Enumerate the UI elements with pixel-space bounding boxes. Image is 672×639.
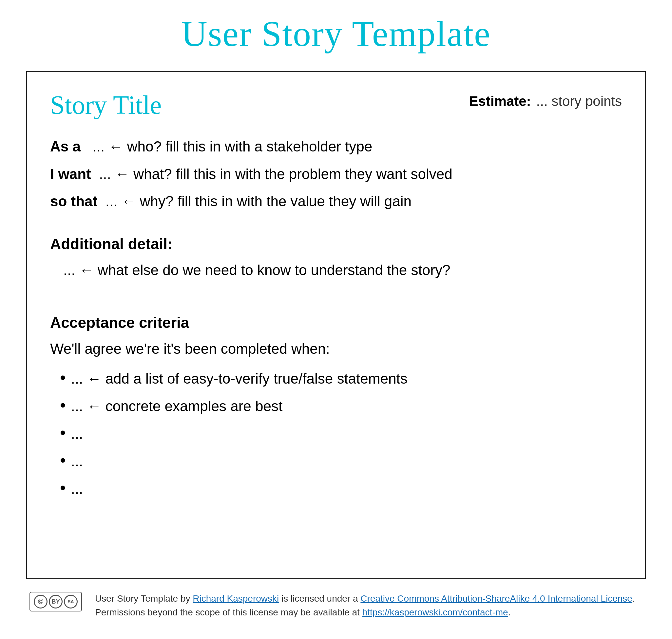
as-a-text: ... ← who? fill this in with a stakehold… <box>93 138 372 154</box>
footer-period: . <box>508 607 511 617</box>
criteria-list: ... ← add a list of easy-to-verify true/… <box>60 368 622 500</box>
criteria-item-2: ... ← concrete examples are best <box>71 395 283 417</box>
criteria-item-4: ... <box>71 451 83 472</box>
footer: © BY SA User Story Template by Richard K… <box>26 592 646 619</box>
estimate-value: ... story points <box>537 93 622 109</box>
cc-license-logo: © BY SA <box>30 592 82 611</box>
cc-badge: © BY SA <box>30 592 82 611</box>
additional-detail-heading: Additional detail: <box>50 235 622 253</box>
i-want-label: I want <box>50 166 91 182</box>
author-link[interactable]: Richard Kasperowski <box>193 593 279 604</box>
criteria-item-3: ... <box>71 423 83 445</box>
criteria-item-1: ... ← add a list of easy-to-verify true/… <box>71 368 407 390</box>
so-that-label: so that <box>50 193 97 209</box>
list-item: ... <box>60 451 622 472</box>
acceptance-criteria-heading: Acceptance criteria <box>50 314 622 331</box>
contact-link[interactable]: https://kasperowski.com/contact-me <box>362 607 508 617</box>
list-item: ... <box>60 478 622 500</box>
page-title: User Story Template <box>181 13 491 55</box>
story-card: Story Title Estimate: ... story points A… <box>26 71 646 579</box>
i-want-line: I want ... ← what? fill this in with the… <box>50 164 622 184</box>
acceptance-intro: We'll agree we're it's been completed wh… <box>50 338 622 360</box>
so-that-text: ... ← why? fill this in with the value t… <box>106 193 412 209</box>
footer-text-before: User Story Template by <box>95 593 193 604</box>
i-want-text: ... ← what? fill this in with the proble… <box>99 166 452 182</box>
so-that-line: so that ... ← why? fill this in with the… <box>50 191 622 212</box>
footer-text-middle: is licensed under a <box>279 593 361 604</box>
by-icon: BY <box>49 595 63 608</box>
cc-icon: © <box>34 595 48 608</box>
as-a-label: As a <box>50 138 81 154</box>
as-a-line: As a ... ← who? fill this in with a stak… <box>50 136 622 157</box>
story-title: Story Title <box>50 90 161 120</box>
license-link[interactable]: Creative Commons Attribution-ShareAlike … <box>361 593 633 604</box>
criteria-item-5: ... <box>71 478 83 500</box>
sa-icon: SA <box>64 595 78 608</box>
estimate-label: Estimate: <box>469 93 531 109</box>
list-item: ... ← add a list of easy-to-verify true/… <box>60 368 622 390</box>
list-item: ... <box>60 423 622 445</box>
estimate-area: Estimate: ... story points <box>469 90 622 109</box>
card-header: Story Title Estimate: ... story points <box>50 90 622 120</box>
footer-text: User Story Template by Richard Kasperows… <box>95 592 642 619</box>
additional-detail-text: ... ← what else do we need to know to un… <box>63 259 622 281</box>
list-item: ... ← concrete examples are best <box>60 395 622 417</box>
